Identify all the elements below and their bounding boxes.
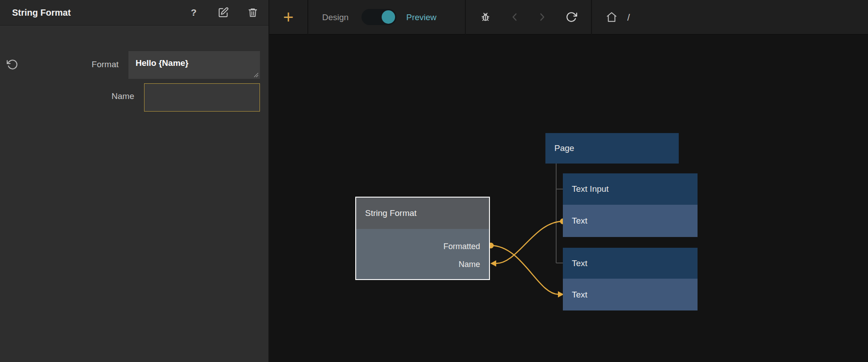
help-icon[interactable]: ?: [188, 7, 200, 18]
toggle-knob: [382, 10, 395, 24]
panel-header-actions: ?: [188, 7, 259, 18]
node-page-title: Page: [554, 143, 574, 153]
port-label: Text: [572, 216, 587, 226]
hierarchy-line: [556, 263, 563, 263]
port-name[interactable]: Name: [459, 259, 480, 269]
format-input[interactable]: Hello {Name}: [128, 51, 260, 79]
add-node-button[interactable]: +: [269, 0, 307, 34]
property-panel-header: String Format ?: [0, 0, 268, 26]
property-panel: String Format ?: [0, 0, 269, 362]
forward-icon[interactable]: [536, 11, 548, 23]
edit-icon[interactable]: [217, 7, 229, 18]
hierarchy-line: [556, 189, 563, 190]
node-text-title: Text: [572, 259, 587, 268]
node-page-header: Page: [545, 133, 679, 164]
format-field-label: Format: [92, 60, 119, 69]
toolbar-divider: [465, 0, 466, 34]
reset-icon[interactable]: [7, 59, 18, 70]
breadcrumb-path: /: [627, 0, 630, 34]
node-text-input-title: Text Input: [572, 184, 608, 194]
name-field-label: Name: [111, 91, 134, 101]
port-label: Text: [572, 290, 587, 300]
node-string-format-title: String Format: [365, 208, 417, 218]
port-formatted[interactable]: Formatted: [443, 241, 480, 251]
node-graph-canvas[interactable]: Page Text Input Text Text Text String Fo…: [269, 34, 868, 362]
preview-mode-label[interactable]: Preview: [406, 0, 437, 34]
format-field-wrap: Hello {Name}: [128, 51, 260, 79]
node-text-input-port-text[interactable]: Text: [563, 205, 698, 237]
refresh-icon[interactable]: [566, 11, 577, 23]
node-text[interactable]: Text Text: [563, 248, 698, 310]
node-string-format-selected[interactable]: String Format Formatted Name: [355, 197, 490, 280]
toolbar-divider: [591, 0, 592, 34]
node-string-format-header: String Format: [356, 198, 489, 229]
node-text-header: Text: [563, 248, 698, 279]
help-glyph: ?: [191, 7, 197, 18]
home-icon[interactable]: [606, 11, 617, 23]
node-page[interactable]: Page: [545, 133, 679, 164]
node-text-input[interactable]: Text Input Text: [563, 173, 698, 237]
hierarchy-line: [556, 164, 557, 263]
delete-icon[interactable]: [247, 7, 259, 18]
design-mode-label[interactable]: Design: [322, 0, 349, 34]
toolbar-divider: [307, 0, 308, 34]
node-text-port-text[interactable]: Text: [563, 279, 698, 310]
debug-bug-icon[interactable]: [480, 11, 491, 23]
design-preview-toggle[interactable]: [362, 9, 396, 25]
resize-grip-icon[interactable]: [253, 72, 259, 78]
name-input[interactable]: [144, 83, 260, 112]
panel-title: String Format: [12, 8, 188, 18]
node-text-input-header: Text Input: [563, 173, 698, 205]
back-icon[interactable]: [509, 11, 520, 23]
top-toolbar: + Design Preview: [269, 0, 868, 34]
